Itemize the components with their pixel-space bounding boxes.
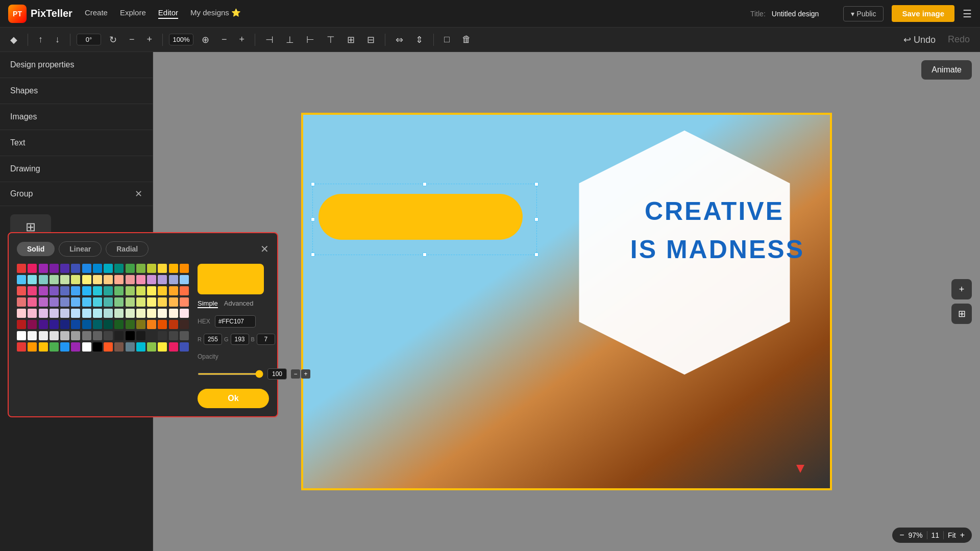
color-cell[interactable]: [39, 331, 48, 340]
color-cell[interactable]: [60, 286, 69, 295]
color-cell[interactable]: [17, 275, 26, 284]
color-cell[interactable]: [169, 264, 178, 273]
yellow-pill[interactable]: [318, 194, 523, 240]
color-cell[interactable]: [93, 286, 102, 295]
color-cell[interactable]: [60, 320, 69, 329]
color-cell[interactable]: [104, 286, 113, 295]
color-cell[interactable]: [93, 297, 102, 307]
color-cell[interactable]: [17, 264, 26, 273]
color-cell[interactable]: [104, 309, 113, 318]
color-cell[interactable]: [158, 264, 167, 273]
undo-btn[interactable]: ↩ Undo: [899, 32, 940, 47]
color-cell[interactable]: [169, 286, 178, 295]
color-cell[interactable]: [82, 320, 91, 329]
color-cell[interactable]: [147, 286, 156, 295]
align-center-btn[interactable]: ⊥: [282, 32, 298, 47]
color-cell[interactable]: [158, 331, 167, 340]
color-cell[interactable]: [114, 309, 124, 318]
color-cell[interactable]: [169, 275, 178, 284]
color-cell[interactable]: [82, 342, 91, 352]
color-cell[interactable]: [60, 297, 69, 307]
sidebar-images[interactable]: Images: [0, 104, 153, 130]
color-cell[interactable]: [104, 264, 113, 273]
group-close-icon[interactable]: ✕: [135, 188, 142, 199]
color-cell[interactable]: [136, 342, 145, 352]
color-cell[interactable]: [180, 342, 189, 352]
color-cell[interactable]: [126, 320, 135, 329]
arrange-btn[interactable]: ⊞: [951, 304, 972, 324]
move-up-btn[interactable]: ↑: [34, 32, 47, 47]
color-cell[interactable]: [126, 286, 135, 295]
color-cell[interactable]: [39, 342, 48, 352]
color-cell[interactable]: [158, 286, 167, 295]
color-cell[interactable]: [114, 286, 124, 295]
align-left-btn[interactable]: ⊣: [261, 32, 278, 47]
color-cell[interactable]: [147, 297, 156, 307]
tab-simple[interactable]: Simple: [198, 299, 218, 308]
color-cell[interactable]: [71, 286, 80, 295]
color-cell[interactable]: [39, 275, 48, 284]
color-cell[interactable]: [39, 297, 48, 307]
color-cell[interactable]: [50, 286, 59, 295]
sidebar-drawing[interactable]: Drawing: [0, 156, 153, 182]
color-cell[interactable]: [82, 297, 91, 307]
minus-btn[interactable]: −: [125, 32, 139, 47]
color-cell[interactable]: [104, 331, 113, 340]
color-cell[interactable]: [147, 331, 156, 340]
sidebar-shapes[interactable]: Shapes: [0, 78, 153, 104]
color-cell[interactable]: [71, 331, 80, 340]
color-cell[interactable]: [50, 309, 59, 318]
color-cell[interactable]: [169, 320, 178, 329]
color-cell[interactable]: [104, 275, 113, 284]
color-cell[interactable]: [28, 342, 37, 352]
color-cell[interactable]: [93, 309, 102, 318]
color-cell[interactable]: [39, 286, 48, 295]
ok-button[interactable]: Ok: [198, 389, 269, 408]
color-cell[interactable]: [114, 297, 124, 307]
zoom-input[interactable]: [169, 34, 193, 45]
zoom-minus-btn[interactable]: −: [217, 32, 231, 47]
color-cell[interactable]: [180, 275, 189, 284]
color-cell[interactable]: [50, 264, 59, 273]
color-cell[interactable]: [180, 264, 189, 273]
nav-editor[interactable]: Editor: [158, 8, 178, 19]
nav-create[interactable]: Create: [85, 8, 108, 19]
color-cell[interactable]: [126, 275, 135, 284]
color-cell[interactable]: [82, 264, 91, 273]
color-cell[interactable]: [50, 297, 59, 307]
color-cell[interactable]: [50, 320, 59, 329]
color-cell[interactable]: [39, 309, 48, 318]
color-cell[interactable]: [60, 342, 69, 352]
color-cell[interactable]: [60, 309, 69, 318]
color-cell[interactable]: [50, 331, 59, 340]
color-cell[interactable]: [169, 342, 178, 352]
color-cell[interactable]: [17, 342, 26, 352]
g-input[interactable]: [231, 334, 249, 345]
nav-mydesigns[interactable]: My designs ⭐: [190, 8, 241, 19]
color-cell[interactable]: [126, 297, 135, 307]
color-cell[interactable]: [17, 309, 26, 318]
zoom-fit[interactable]: Fit: [948, 531, 956, 539]
color-cell[interactable]: [126, 331, 135, 340]
color-cell[interactable]: [104, 342, 113, 352]
color-cell[interactable]: [28, 264, 37, 273]
color-cell[interactable]: [180, 320, 189, 329]
align-right-btn[interactable]: ⊢: [302, 32, 318, 47]
color-cell[interactable]: [71, 309, 80, 318]
redo-btn[interactable]: Redo: [944, 32, 974, 47]
hamburger-icon[interactable]: ☰: [963, 8, 972, 20]
r-input[interactable]: [204, 334, 222, 345]
color-cell[interactable]: [136, 297, 145, 307]
color-cell[interactable]: [82, 309, 91, 318]
public-button[interactable]: ▾ Public: [843, 6, 884, 21]
color-cell[interactable]: [136, 286, 145, 295]
color-cell[interactable]: [39, 264, 48, 273]
tab-linear[interactable]: Linear: [59, 241, 102, 257]
zoom-in-btn[interactable]: +: [960, 531, 965, 540]
color-cell[interactable]: [126, 264, 135, 273]
color-cell[interactable]: [82, 286, 91, 295]
color-cell[interactable]: [82, 331, 91, 340]
color-cell[interactable]: [60, 331, 69, 340]
color-cell[interactable]: [147, 342, 156, 352]
color-cell[interactable]: [50, 275, 59, 284]
